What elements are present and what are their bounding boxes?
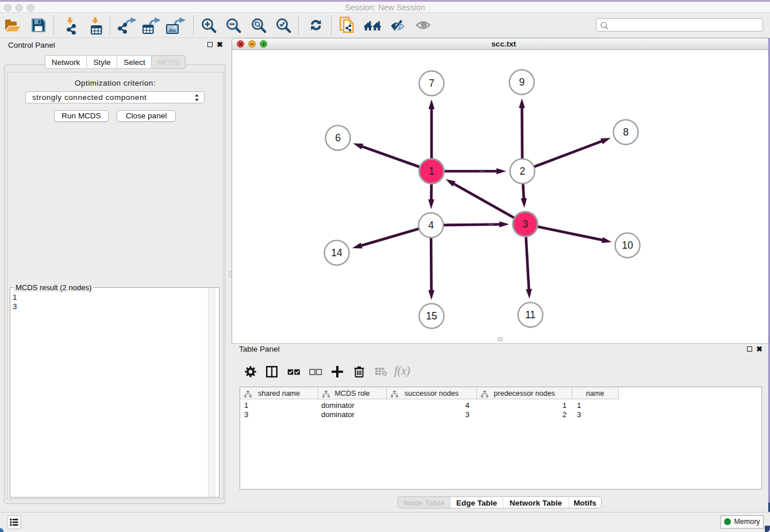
svg-text:15: 15 [426, 310, 437, 322]
svg-text:10: 10 [622, 240, 633, 251]
svg-text:14: 14 [331, 247, 342, 259]
svg-text:3: 3 [522, 218, 528, 230]
svg-text:6: 6 [335, 132, 341, 144]
svg-text:2: 2 [519, 165, 525, 177]
svg-text:11: 11 [525, 309, 536, 321]
svg-text:1: 1 [429, 165, 434, 177]
svg-text:7: 7 [429, 78, 434, 89]
svg-text:9: 9 [519, 76, 525, 88]
svg-text:8: 8 [623, 126, 629, 138]
svg-text:4: 4 [428, 219, 434, 231]
